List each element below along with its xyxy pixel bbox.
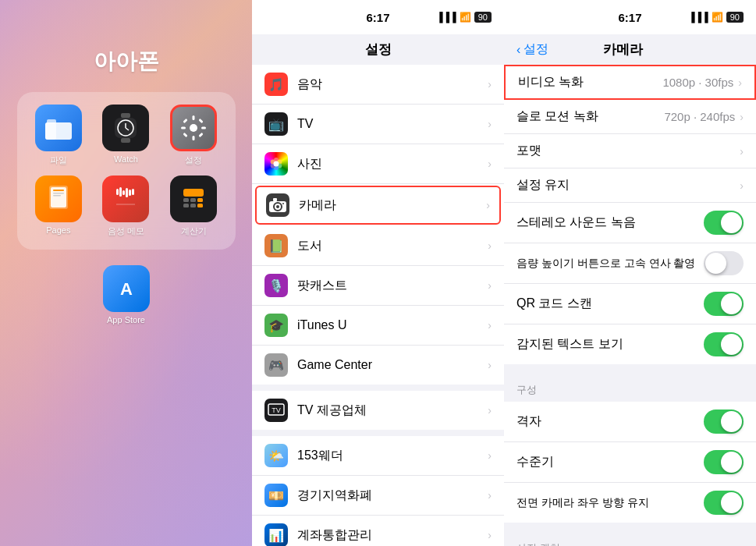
slo-mo-value: 720p · 240fps (664, 110, 735, 123)
settings-nav-header: 설정 (252, 34, 504, 65)
svg-rect-23 (116, 189, 119, 195)
camera-row-slo-mo[interactable]: 슬로 모션 녹화 720p · 240fps › (504, 100, 756, 134)
podcasts-icon: 🎙️ (264, 274, 288, 297)
settings-row-accounts[interactable]: 📊 계좌통합관리 › (252, 516, 504, 546)
camera-row-level[interactable]: 수준기 (504, 442, 756, 483)
settings-row-tvprovider[interactable]: TV TV 제공업체 › (252, 391, 504, 430)
voice-memo-label: 음성 메모 (108, 225, 144, 237)
svg-rect-20 (53, 190, 64, 191)
calculator-icon (170, 176, 217, 222)
settings-row-weather[interactable]: 🌤️ 153웨더 › (252, 436, 504, 476)
section-photo-capture: 사진 캡처 (504, 529, 756, 546)
svg-rect-36 (197, 204, 203, 207)
settings-row-podcasts[interactable]: 🎙️ 팟캐스트 › (252, 266, 504, 306)
voice-memo-icon (102, 176, 149, 222)
back-button[interactable]: ‹ 설정 (516, 41, 548, 58)
camera-row-mirror[interactable]: 전면 카메라 좌우 방향 유지 (504, 483, 756, 523)
statusbar-camera: 6:17 ▐▐▐ 📶 90 (504, 0, 756, 34)
stereo-label: 스테레오 사운드 녹음 (516, 214, 704, 231)
files-icon (35, 105, 82, 151)
camera-row-qr[interactable]: QR 코드 스캔 (504, 284, 756, 324)
music-label: 음악 (297, 76, 488, 93)
pages-label: Pages (46, 225, 70, 235)
svg-rect-14 (183, 119, 187, 123)
watch-label: Watch (114, 154, 138, 164)
settings-row-music[interactable]: 🎵 음악 › (252, 65, 504, 105)
gamecenter-chevron: › (488, 359, 492, 371)
camera-row-preserve[interactable]: 설정 유지 › (504, 168, 756, 203)
svg-rect-35 (190, 204, 196, 207)
qr-toggle[interactable] (704, 292, 744, 316)
tvprovider-chevron: › (488, 404, 492, 417)
svg-point-50 (282, 203, 284, 204)
appstore-icon: A (103, 265, 150, 312)
settings-row-books[interactable]: 📗 도서 › (252, 226, 504, 266)
settings-status-icons: ▐▐▐ 📶 90 (436, 12, 492, 23)
app-appstore[interactable]: A App Store (17, 265, 236, 324)
camera-row-textdetect[interactable]: 감지된 텍스트 보기 (504, 324, 756, 364)
folder-grid: 파일 Watch (30, 105, 223, 237)
watch-icon (102, 105, 149, 151)
camera-row-video-record[interactable]: 비디오 녹화 1080p · 30fps › (504, 65, 756, 100)
music-chevron: › (488, 78, 492, 90)
svg-rect-2 (47, 119, 56, 124)
music-icon: 🎵 (264, 73, 288, 96)
camera-row-grid[interactable]: 격자 (504, 402, 756, 442)
settings-icon (170, 105, 217, 151)
books-chevron: › (488, 239, 492, 252)
settings-row-itunes[interactable]: 🎓 iTunes U › (252, 306, 504, 346)
accounts-chevron: › (488, 529, 492, 541)
photos-icon (264, 152, 288, 176)
camera-settings-panel: 6:17 ▐▐▐ 📶 90 ‹ 설정 카메라 비디오 녹화 1080p · 30… (504, 0, 756, 546)
textdetect-toggle[interactable] (704, 332, 744, 356)
camera-nav: ‹ 설정 카메라 (504, 34, 756, 65)
settings-row-localcurrency[interactable]: 💴 경기지역화폐 › (252, 476, 504, 516)
settings-group-2: TV TV 제공업체 › (252, 391, 504, 430)
weather-icon: 🌤️ (264, 444, 288, 467)
settings-row-camera[interactable]: 카메라 › (255, 186, 501, 225)
camera-row-chevron: › (486, 199, 490, 211)
level-toggle[interactable] (704, 450, 744, 474)
gamecenter-icon: 🎮 (264, 353, 288, 377)
weather-chevron: › (488, 449, 492, 462)
localcurrency-icon: 💴 (264, 484, 288, 507)
settings-panel: 6:17 ▐▐▐ 📶 90 설정 🎵 음악 › 📺 TV › (252, 0, 504, 546)
svg-rect-13 (201, 127, 206, 129)
camera-row-burst[interactable]: 음량 높이기 버튼으로 고속 연사 촬영 (504, 243, 756, 284)
video-record-label: 비디오 녹화 (518, 74, 662, 90)
burst-toggle[interactable] (704, 251, 744, 275)
settings-row-gamecenter[interactable]: 🎮 Game Center › (252, 346, 504, 385)
itunes-chevron: › (488, 319, 492, 332)
camera-settings-title: 카메라 (548, 41, 697, 58)
appstore-label: App Store (107, 315, 145, 324)
statusbar-settings: 6:17 ▐▐▐ 📶 90 (252, 0, 504, 34)
settings-row-tv[interactable]: 📺 TV › (252, 105, 504, 144)
textdetect-label: 감지된 텍스트 보기 (516, 336, 704, 353)
svg-text:A: A (120, 279, 133, 299)
wifi-icon: 📶 (460, 12, 471, 23)
burst-label: 음량 높이기 버튼으로 고속 연사 촬영 (516, 257, 704, 271)
app-voice-memo[interactable]: 음성 메모 (97, 176, 155, 237)
signal-icon: ▐▐▐ (436, 12, 456, 23)
camera-status-icons: ▐▐▐ 📶 90 (688, 12, 744, 23)
svg-point-45 (274, 161, 279, 167)
grid-toggle[interactable] (704, 410, 744, 434)
mirror-toggle[interactable] (704, 491, 744, 515)
itunes-label: iTunes U (297, 318, 488, 332)
settings-group-3: 🌤️ 153웨더 › 💴 경기지역화폐 › 📊 계좌통합관리 › (252, 436, 504, 546)
stereo-toggle[interactable] (704, 211, 744, 235)
preserve-chevron: › (740, 179, 744, 192)
app-watch[interactable]: Watch (97, 105, 155, 166)
svg-rect-33 (197, 198, 203, 202)
svg-rect-31 (183, 198, 189, 202)
books-icon: 📗 (264, 234, 288, 257)
app-settings[interactable]: 설정 (165, 105, 223, 166)
app-files[interactable]: 파일 (30, 105, 88, 166)
settings-row-photos[interactable]: 사진 › (252, 144, 504, 184)
weather-label: 153웨더 (297, 448, 488, 464)
camera-row-stereo[interactable]: 스테레오 사운드 녹음 (504, 203, 756, 243)
slo-mo-label: 슬로 모션 녹화 (516, 108, 664, 125)
camera-row-format[interactable]: 포맷 › (504, 134, 756, 168)
app-calculator[interactable]: 계산기 (165, 176, 223, 237)
app-pages[interactable]: Pages (30, 176, 88, 237)
